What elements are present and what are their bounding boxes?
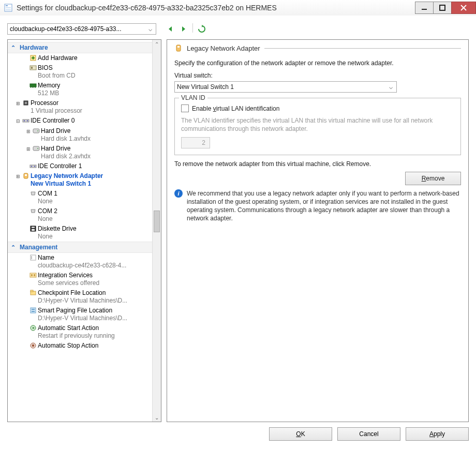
network-adapter-icon xyxy=(174,44,183,52)
auto-stop-icon xyxy=(28,342,38,349)
svg-rect-47 xyxy=(32,311,35,312)
tree-legacy-network-adapter[interactable]: ⊞ Legacy Network AdapterNew Virtual Swit… xyxy=(8,171,152,189)
header-rule xyxy=(264,48,461,49)
expand-icon[interactable]: ⊞ xyxy=(25,128,32,136)
tree-memory[interactable]: Memory512 MB xyxy=(8,81,152,98)
network-adapter-icon xyxy=(21,172,31,179)
apply-button[interactable]: Apply xyxy=(406,427,469,441)
scroll-up-icon[interactable]: ⌃ xyxy=(153,40,161,48)
tree-diskette[interactable]: Diskette DriveNone xyxy=(8,224,152,242)
vm-selector-value: cloudbackup-ce4f2e33-c628-4975-a33... xyxy=(10,25,146,33)
svg-rect-45 xyxy=(31,308,36,313)
tree-auto-start[interactable]: Automatic Start ActionRestart if previou… xyxy=(8,323,152,341)
tree-scrollbar[interactable]: ⌃ ⌄ xyxy=(152,40,161,422)
svg-rect-19 xyxy=(34,87,34,88)
info-icon: i xyxy=(174,189,183,198)
svg-rect-37 xyxy=(32,229,35,231)
svg-rect-1 xyxy=(6,5,8,6)
tree-smart-paging[interactable]: Smart Paging File LocationD:\Hyper-V Vir… xyxy=(8,306,152,323)
section-hardware[interactable]: ⌃ Hardware xyxy=(8,42,152,53)
maximize-button[interactable] xyxy=(433,2,452,14)
tree-sub: cloudbackup-ce4f2e33-c628-4... xyxy=(38,262,150,270)
svg-rect-34 xyxy=(25,174,27,176)
cancel-button[interactable]: Cancel xyxy=(337,427,400,441)
svg-point-32 xyxy=(34,166,35,167)
svg-point-25 xyxy=(27,121,28,122)
expand-icon[interactable]: ⊞ xyxy=(25,145,32,153)
memory-icon xyxy=(28,82,38,89)
tree-auto-stop[interactable]: Automatic Stop Action xyxy=(8,341,152,351)
chevron-down-icon: ⌵ xyxy=(146,25,154,33)
svg-rect-26 xyxy=(33,129,39,133)
tree-label: Memory xyxy=(38,82,150,89)
svg-rect-51 xyxy=(32,345,34,347)
svg-rect-4 xyxy=(422,9,427,10)
tree-label: COM 2 xyxy=(38,207,150,215)
tree-checkpoint-location[interactable]: Checkpoint File LocationD:\Hyper-V Virtu… xyxy=(8,288,152,306)
svg-rect-3 xyxy=(6,9,11,10)
tree-sub: Some services offered xyxy=(38,279,150,287)
tree-com2[interactable]: COM 2None xyxy=(8,206,152,224)
collapse-icon: ⌃ xyxy=(11,44,16,51)
integration-icon xyxy=(28,272,38,279)
nav-forward-button[interactable] xyxy=(178,23,189,35)
remove-button[interactable]: Remove xyxy=(405,172,461,185)
tree-label: Add Hardware xyxy=(38,54,150,62)
svg-marker-9 xyxy=(182,26,185,32)
section-management-label: Management xyxy=(20,244,57,251)
tree-hdd2[interactable]: ⊞ Hard DriveHard disk 2.avhdx xyxy=(8,144,152,161)
processor-icon xyxy=(21,99,31,107)
diskette-icon xyxy=(28,225,38,232)
tree-label: Diskette Drive xyxy=(38,225,150,233)
scroll-thumb[interactable] xyxy=(154,211,160,232)
svg-marker-10 xyxy=(202,25,203,27)
vm-selector[interactable]: cloudbackup-ce4f2e33-c628-4975-a33... ⌵ xyxy=(7,23,156,35)
tree-integration-services[interactable]: Integration ServicesSome services offere… xyxy=(8,271,152,288)
com-port-icon xyxy=(28,207,38,215)
tree-ide1[interactable]: IDE Controller 1 xyxy=(8,161,152,171)
tree-sub: Hard disk 1.avhdx xyxy=(41,135,150,143)
virtual-switch-select[interactable]: New Virtual Switch 1 ⌵ xyxy=(174,81,397,93)
minimize-button[interactable] xyxy=(415,2,434,14)
tree-bios[interactable]: BIOSBoot from CD xyxy=(8,63,152,81)
tree-name[interactable]: Namecloudbackup-ce4f2e33-c628-4... xyxy=(8,253,152,271)
svg-rect-2 xyxy=(6,7,11,8)
tree-add-hardware[interactable]: Add Hardware xyxy=(8,53,152,63)
chevron-down-icon: ⌵ xyxy=(387,83,394,91)
collapse-icon[interactable]: ⊟ xyxy=(15,117,21,125)
toolbar-separator xyxy=(192,23,193,33)
refresh-button[interactable] xyxy=(196,23,207,35)
section-management[interactable]: ⌃ Management xyxy=(8,242,152,253)
add-hardware-icon xyxy=(28,54,38,62)
scroll-down-icon[interactable]: ⌄ xyxy=(153,413,161,422)
hard-drive-icon xyxy=(32,145,41,152)
tree-sub: Restart if previously running xyxy=(38,332,150,340)
tree-label: Automatic Stop Action xyxy=(38,342,150,350)
tree-sub: Hard disk 2.avhdx xyxy=(41,153,150,160)
expand-icon[interactable]: ⊞ xyxy=(15,173,21,181)
virtual-switch-label: Virtual switch: xyxy=(174,72,461,79)
svg-point-29 xyxy=(37,148,38,149)
tree-ide0[interactable]: ⊟ IDE Controller 0 xyxy=(8,116,152,126)
nav-back-button[interactable] xyxy=(165,23,176,35)
ide-controller-icon xyxy=(21,117,31,124)
vlan-legend: VLAN ID xyxy=(179,94,207,101)
collapse-icon: ⌃ xyxy=(11,244,16,251)
tree-sub: D:\Hyper-V Virtual Machines\D... xyxy=(38,297,150,305)
tree-label: Processor xyxy=(31,99,150,107)
ide-controller-icon xyxy=(28,162,38,170)
expand-icon[interactable]: ⊞ xyxy=(15,100,21,108)
detail-title: Legacy Network Adapter xyxy=(187,44,260,52)
svg-rect-53 xyxy=(177,46,180,48)
titlebar: Settings for cloudbackup-ce4f2e33-c628-4… xyxy=(0,0,476,16)
svg-rect-40 xyxy=(30,273,36,277)
close-button[interactable] xyxy=(451,2,476,14)
svg-rect-36 xyxy=(32,227,35,228)
tree-hdd1[interactable]: ⊞ Hard DriveHard disk 1.avhdx xyxy=(8,126,152,144)
ok-button[interactable]: OK xyxy=(269,427,332,441)
name-icon xyxy=(28,254,38,261)
tree-processor[interactable]: ⊞ Processor1 Virtual processor xyxy=(8,98,152,116)
vlan-help-text: The VLAN identifier specifies the virtua… xyxy=(181,116,454,133)
tree-com1[interactable]: COM 1None xyxy=(8,189,152,206)
vlan-enable-checkbox[interactable] xyxy=(181,104,189,112)
